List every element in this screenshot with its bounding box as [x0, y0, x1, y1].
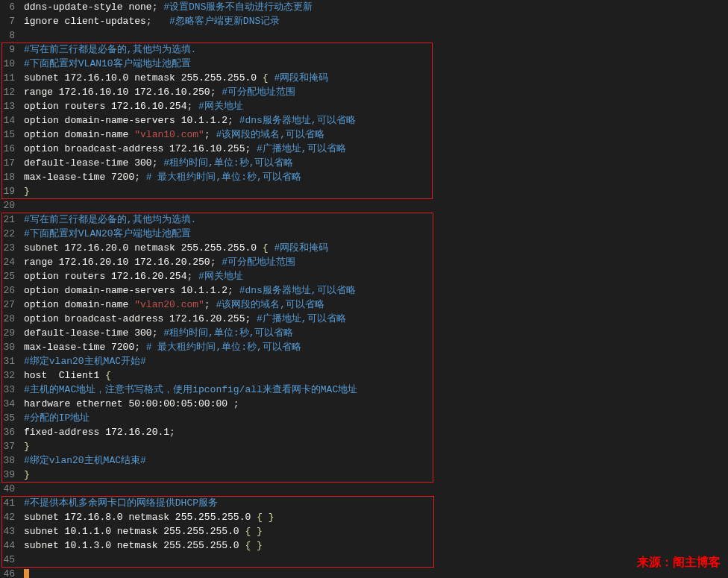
token-comment: #租约时间,单位:秒,可以省略 [163, 327, 293, 339]
code-line[interactable]: 25option routers 172.16.20.254; #网关地址 [0, 269, 728, 283]
code-content[interactable]: ddns-update-style none; #设置DNS服务不自动进行动态更… [18, 0, 728, 14]
code-line[interactable]: 11subnet 172.16.10.0 netmask 255.255.255… [0, 71, 728, 85]
code-content[interactable]: option routers 172.16.20.254; #网关地址 [18, 269, 728, 283]
code-line[interactable]: 38#绑定vlan20主机MAC结束# [0, 453, 728, 468]
code-line[interactable]: 9#写在前三行都是必备的,其他均为选填. [0, 43, 728, 57]
code-content[interactable]: ignore client-updates; #忽略客户端更新DNS记录 [18, 14, 728, 28]
token-semi: ; [134, 172, 146, 183]
code-content[interactable]: #下面配置对VLAN20客户端地址池配置 [18, 227, 728, 241]
code-line[interactable]: 14option domain-name-servers 10.1.1.2; #… [0, 113, 728, 128]
code-line[interactable]: 12range 172.16.10.10 172.16.10.250; #可分配… [0, 85, 728, 99]
code-line[interactable]: 34hardware ethernet 50:00:00:05:00:00 ; [0, 397, 728, 411]
code-editor[interactable]: 6ddns-update-style none; #设置DNS服务不自动进行动态… [0, 0, 728, 578]
code-content[interactable]: } [18, 184, 728, 198]
code-content[interactable]: } [18, 468, 728, 482]
code-content[interactable]: fixed-address 172.16.20.1; [18, 425, 728, 439]
code-content[interactable]: #写在前三行都是必备的,其他均为选填. [18, 43, 728, 57]
code-line[interactable]: 6ddns-update-style none; #设置DNS服务不自动进行动态… [0, 0, 728, 14]
line-number: 9 [0, 43, 18, 57]
code-content[interactable]: subnet 172.16.20.0 netmask 255.255.255.0… [18, 241, 728, 255]
code-content[interactable]: range 172.16.20.10 172.16.20.250; #可分配地址… [18, 255, 728, 269]
code-content[interactable]: max-lease-time 7200; # 最大租约时间,单位:秒,可以省略 [18, 170, 728, 184]
code-line[interactable]: 33#主机的MAC地址，注意书写格式，使用ipconfig/all来查看网卡的M… [0, 383, 728, 397]
code-line[interactable]: 26option domain-name-servers 10.1.1.2; #… [0, 283, 728, 298]
code-line[interactable]: 20 [0, 198, 728, 213]
code-content[interactable]: subnet 172.16.8.0 netmask 255.255.255.0 … [18, 510, 728, 524]
cursor [24, 569, 29, 578]
code-content[interactable]: option broadcast-address 172.16.10.255; … [18, 142, 728, 156]
token-default: option routers 172.16.10.254 [24, 101, 186, 112]
code-content[interactable]: } [18, 439, 728, 453]
code-line[interactable]: 42subnet 172.16.8.0 netmask 255.255.255.… [0, 510, 728, 524]
code-content[interactable]: option domain-name-servers 10.1.1.2; #dn… [18, 283, 728, 298]
code-content[interactable]: #下面配置对VLAN10客户端地址池配置 [18, 57, 728, 71]
code-content[interactable]: #主机的MAC地址，注意书写格式，使用ipconfig/all来查看网卡的MAC… [18, 383, 728, 397]
token-comment: #可分配地址范围 [222, 257, 295, 268]
code-line[interactable]: 45 [0, 553, 728, 567]
code-content[interactable]: #不提供本机多余网卡口的网络提供DHCP服务 [18, 496, 728, 510]
code-content[interactable]: option routers 172.16.10.254; #网关地址 [18, 99, 728, 113]
code-content[interactable]: subnet 10.1.1.0 netmask 255.255.255.0 { … [18, 524, 728, 538]
code-line[interactable]: 46 [0, 567, 728, 578]
code-content[interactable]: option broadcast-address 172.16.20.255; … [18, 312, 728, 326]
code-content[interactable]: option domain-name-servers 10.1.1.2; #dn… [18, 113, 728, 128]
code-line[interactable]: 13option routers 172.16.10.254; #网关地址 [0, 99, 728, 113]
code-line[interactable]: 37} [0, 439, 728, 453]
code-line[interactable]: 23subnet 172.16.20.0 netmask 255.255.255… [0, 241, 728, 255]
code-line[interactable]: 31#绑定vlan20主机MAC开始# [0, 354, 728, 368]
code-content[interactable]: host Client1 { [18, 368, 728, 383]
code-line[interactable]: 10#下面配置对VLAN10客户端地址池配置 [0, 57, 728, 71]
token-comment: #dns服务器地址,可以省略 [239, 285, 356, 296]
token-default: subnet 172.16.20.0 netmask 255.255.255.0 [24, 242, 263, 254]
code-line[interactable]: 44subnet 10.1.3.0 netmask 255.255.255.0 … [0, 538, 728, 553]
code-line[interactable]: 29default-lease-time 300; #租约时间,单位:秒,可以省… [0, 326, 728, 340]
code-line[interactable]: 15option domain-name "vlan10.com"; #该网段的… [0, 128, 728, 142]
code-line[interactable]: 27option domain-name "vlan20.com"; #该网段的… [0, 298, 728, 312]
token-brace: { } [245, 540, 262, 551]
code-line[interactable]: 40 [0, 482, 728, 496]
code-line[interactable]: 17default-lease-time 300; #租约时间,单位:秒,可以省… [0, 156, 728, 170]
token-default: option broadcast-address 172.16.10.255 [24, 143, 245, 154]
code-content[interactable]: subnet 10.1.3.0 netmask 255.255.255.0 { … [18, 538, 728, 553]
token-brace: } [24, 469, 30, 480]
line-number: 20 [0, 198, 18, 213]
code-content[interactable]: range 172.16.10.10 172.16.10.250; #可分配地址… [18, 85, 728, 99]
code-content[interactable]: subnet 172.16.10.0 netmask 255.255.255.0… [18, 71, 728, 85]
code-content[interactable] [18, 567, 728, 578]
code-content[interactable]: #绑定vlan20主机MAC结束# [18, 453, 728, 468]
code-content[interactable]: hardware ethernet 50:00:00:05:00:00 ; [18, 397, 728, 411]
token-comment: #网段和掩码 [274, 242, 328, 254]
code-line[interactable]: 36fixed-address 172.16.20.1; [0, 425, 728, 439]
code-line[interactable]: 8 [0, 28, 728, 43]
code-content[interactable]: #绑定vlan20主机MAC开始# [18, 354, 728, 368]
code-line[interactable]: 21#写在前三行都是必备的,其他均为选填. [0, 213, 728, 227]
code-content[interactable]: #分配的IP地址 [18, 411, 728, 425]
code-line[interactable]: 41#不提供本机多余网卡口的网络提供DHCP服务 [0, 496, 728, 510]
token-comment: #主机的MAC地址，注意书写格式，使用ipconfig/all来查看网卡的MAC… [24, 384, 357, 395]
code-content[interactable]: option domain-name "vlan10.com"; #该网段的域名… [18, 128, 728, 142]
code-line[interactable]: 22#下面配置对VLAN20客户端地址池配置 [0, 227, 728, 241]
code-line[interactable]: 18max-lease-time 7200; # 最大租约时间,单位:秒,可以省… [0, 170, 728, 184]
token-string: "vlan10.com" [134, 129, 204, 140]
code-line[interactable]: 16option broadcast-address 172.16.10.255… [0, 142, 728, 156]
code-content[interactable]: max-lease-time 7200; # 最大租约时间,单位:秒,可以省略 [18, 340, 728, 354]
code-line[interactable]: 35#分配的IP地址 [0, 411, 728, 425]
line-number: 30 [0, 340, 18, 354]
code-line[interactable]: 32host Client1 { [0, 368, 728, 383]
token-default: subnet 10.1.3.0 netmask 255.255.255.0 [24, 540, 245, 551]
code-line[interactable]: 7ignore client-updates; #忽略客户端更新DNS记录 [0, 14, 728, 28]
code-line[interactable]: 24range 172.16.20.10 172.16.20.250; #可分配… [0, 255, 728, 269]
code-line[interactable]: 28option broadcast-address 172.16.20.255… [0, 312, 728, 326]
line-number: 12 [0, 85, 18, 99]
token-comment: #写在前三行都是必备的,其他均为选填. [24, 214, 196, 225]
code-content[interactable]: #写在前三行都是必备的,其他均为选填. [18, 213, 728, 227]
code-content[interactable]: option domain-name "vlan20.com"; #该网段的域名… [18, 298, 728, 312]
code-line[interactable]: 43subnet 10.1.1.0 netmask 255.255.255.0 … [0, 524, 728, 538]
code-line[interactable]: 39} [0, 468, 728, 482]
token-comment: #广播地址,可以省略 [257, 143, 346, 154]
code-content[interactable]: default-lease-time 300; #租约时间,单位:秒,可以省略 [18, 156, 728, 170]
code-line[interactable]: 30max-lease-time 7200; # 最大租约时间,单位:秒,可以省… [0, 340, 728, 354]
code-line[interactable]: 19} [0, 184, 728, 198]
code-content[interactable]: default-lease-time 300; #租约时间,单位:秒,可以省略 [18, 326, 728, 340]
line-number: 36 [0, 425, 18, 439]
